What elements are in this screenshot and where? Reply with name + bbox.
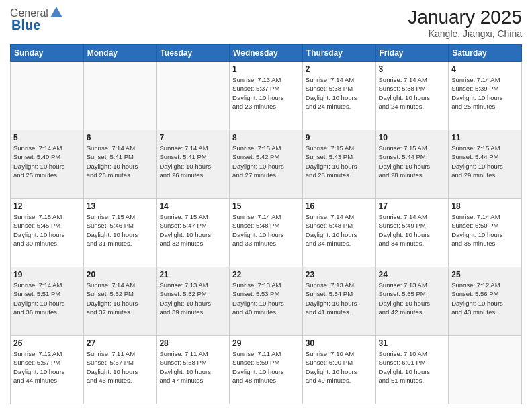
- day-info: Sunrise: 7:15 AM Sunset: 5:46 PM Dayligh…: [87, 212, 154, 248]
- day-info: Sunrise: 7:14 AM Sunset: 5:49 PM Dayligh…: [379, 212, 446, 248]
- table-row: 1Sunrise: 7:13 AM Sunset: 5:37 PM Daylig…: [230, 62, 303, 130]
- day-number: 3: [379, 64, 446, 74]
- table-row: 10Sunrise: 7:15 AM Sunset: 5:44 PM Dayli…: [375, 130, 449, 199]
- day-info: Sunrise: 7:14 AM Sunset: 5:52 PM Dayligh…: [87, 281, 154, 316]
- table-row: 31Sunrise: 7:10 AM Sunset: 6:01 PM Dayli…: [375, 336, 449, 404]
- day-number: 26: [13, 338, 81, 348]
- day-number: 21: [159, 270, 226, 279]
- table-row: 5Sunrise: 7:14 AM Sunset: 5:40 PM Daylig…: [11, 130, 84, 199]
- day-number: 19: [13, 270, 81, 279]
- table-row: 19Sunrise: 7:14 AM Sunset: 5:51 PM Dayli…: [11, 267, 84, 336]
- day-info: Sunrise: 7:14 AM Sunset: 5:41 PM Dayligh…: [159, 144, 226, 179]
- table-row: 3Sunrise: 7:14 AM Sunset: 5:38 PM Daylig…: [375, 62, 449, 130]
- table-row: 25Sunrise: 7:12 AM Sunset: 5:56 PM Dayli…: [449, 267, 522, 336]
- day-info: Sunrise: 7:12 AM Sunset: 5:56 PM Dayligh…: [451, 281, 519, 316]
- table-row: 24Sunrise: 7:13 AM Sunset: 5:55 PM Dayli…: [375, 267, 449, 336]
- day-number: 31: [379, 338, 446, 348]
- table-row: 15Sunrise: 7:14 AM Sunset: 5:48 PM Dayli…: [230, 199, 303, 267]
- day-info: Sunrise: 7:14 AM Sunset: 5:48 PM Dayligh…: [232, 212, 300, 248]
- day-number: 4: [451, 64, 519, 74]
- day-number: 25: [451, 270, 519, 279]
- table-row: 14Sunrise: 7:15 AM Sunset: 5:47 PM Dayli…: [157, 199, 230, 267]
- day-number: 18: [451, 201, 519, 211]
- day-info: Sunrise: 7:15 AM Sunset: 5:44 PM Dayligh…: [451, 144, 519, 179]
- table-row: 7Sunrise: 7:14 AM Sunset: 5:41 PM Daylig…: [157, 130, 230, 199]
- day-info: Sunrise: 7:15 AM Sunset: 5:47 PM Dayligh…: [159, 212, 226, 248]
- day-number: 5: [13, 133, 81, 142]
- table-row: 28Sunrise: 7:11 AM Sunset: 5:58 PM Dayli…: [157, 336, 230, 404]
- day-info: Sunrise: 7:14 AM Sunset: 5:40 PM Dayligh…: [13, 144, 81, 179]
- location: Kangle, Jiangxi, China: [408, 28, 522, 39]
- day-info: Sunrise: 7:14 AM Sunset: 5:39 PM Dayligh…: [451, 75, 519, 111]
- day-info: Sunrise: 7:10 AM Sunset: 6:01 PM Dayligh…: [379, 349, 446, 385]
- day-number: 8: [232, 133, 300, 142]
- table-row: 9Sunrise: 7:15 AM Sunset: 5:43 PM Daylig…: [302, 130, 375, 199]
- calendar-row: 26Sunrise: 7:12 AM Sunset: 5:57 PM Dayli…: [11, 336, 522, 404]
- day-info: Sunrise: 7:10 AM Sunset: 6:00 PM Dayligh…: [306, 349, 373, 385]
- logo: General Blue: [10, 7, 64, 32]
- day-number: 12: [13, 201, 81, 211]
- day-info: Sunrise: 7:15 AM Sunset: 5:44 PM Dayligh…: [379, 144, 446, 179]
- day-number: 23: [306, 270, 373, 279]
- table-row: 22Sunrise: 7:13 AM Sunset: 5:53 PM Dayli…: [230, 267, 303, 336]
- day-info: Sunrise: 7:14 AM Sunset: 5:41 PM Dayligh…: [87, 144, 154, 179]
- day-info: Sunrise: 7:15 AM Sunset: 5:43 PM Dayligh…: [306, 144, 373, 179]
- day-info: Sunrise: 7:15 AM Sunset: 5:42 PM Dayligh…: [232, 144, 300, 179]
- day-info: Sunrise: 7:14 AM Sunset: 5:48 PM Dayligh…: [306, 212, 373, 248]
- table-row: 6Sunrise: 7:14 AM Sunset: 5:41 PM Daylig…: [83, 130, 157, 199]
- day-number: 6: [87, 133, 154, 142]
- table-row: 29Sunrise: 7:11 AM Sunset: 5:59 PM Dayli…: [230, 336, 303, 404]
- table-row: 30Sunrise: 7:10 AM Sunset: 6:00 PM Dayli…: [302, 336, 375, 404]
- day-number: 7: [159, 133, 226, 142]
- day-info: Sunrise: 7:13 AM Sunset: 5:53 PM Dayligh…: [232, 281, 300, 316]
- day-info: Sunrise: 7:13 AM Sunset: 5:52 PM Dayligh…: [159, 281, 226, 316]
- col-tuesday: Tuesday: [157, 45, 230, 62]
- table-row: 18Sunrise: 7:14 AM Sunset: 5:50 PM Dayli…: [449, 199, 522, 267]
- month-title: January 2025: [408, 7, 522, 28]
- day-number: 14: [159, 201, 226, 211]
- table-row: 17Sunrise: 7:14 AM Sunset: 5:49 PM Dayli…: [375, 199, 449, 267]
- day-info: Sunrise: 7:11 AM Sunset: 5:59 PM Dayligh…: [232, 349, 300, 385]
- table-row: 27Sunrise: 7:11 AM Sunset: 5:57 PM Dayli…: [83, 336, 157, 404]
- col-saturday: Saturday: [449, 45, 522, 62]
- day-number: 27: [87, 338, 154, 348]
- day-info: Sunrise: 7:12 AM Sunset: 5:57 PM Dayligh…: [13, 349, 81, 385]
- day-info: Sunrise: 7:11 AM Sunset: 5:58 PM Dayligh…: [159, 349, 226, 385]
- col-monday: Monday: [83, 45, 157, 62]
- day-info: Sunrise: 7:14 AM Sunset: 5:38 PM Dayligh…: [379, 75, 446, 111]
- col-friday: Friday: [375, 45, 449, 62]
- table-row: 2Sunrise: 7:14 AM Sunset: 5:38 PM Daylig…: [302, 62, 375, 130]
- day-info: Sunrise: 7:14 AM Sunset: 5:51 PM Dayligh…: [13, 281, 81, 316]
- day-info: Sunrise: 7:11 AM Sunset: 5:57 PM Dayligh…: [87, 349, 154, 385]
- calendar-row: 5Sunrise: 7:14 AM Sunset: 5:40 PM Daylig…: [11, 130, 522, 199]
- day-number: 15: [232, 201, 300, 211]
- table-row: 13Sunrise: 7:15 AM Sunset: 5:46 PM Dayli…: [83, 199, 157, 267]
- day-info: Sunrise: 7:13 AM Sunset: 5:37 PM Dayligh…: [232, 75, 300, 111]
- day-info: Sunrise: 7:13 AM Sunset: 5:54 PM Dayligh…: [306, 281, 373, 316]
- day-number: 13: [87, 201, 154, 211]
- svg-marker-0: [50, 7, 62, 17]
- day-number: 24: [379, 270, 446, 279]
- table-row: 8Sunrise: 7:15 AM Sunset: 5:42 PM Daylig…: [230, 130, 303, 199]
- day-number: 2: [306, 64, 373, 74]
- day-info: Sunrise: 7:15 AM Sunset: 5:45 PM Dayligh…: [13, 212, 81, 248]
- day-info: Sunrise: 7:13 AM Sunset: 5:55 PM Dayligh…: [379, 281, 446, 316]
- table-row: 12Sunrise: 7:15 AM Sunset: 5:45 PM Dayli…: [11, 199, 84, 267]
- day-number: 9: [306, 133, 373, 142]
- title-area: January 2025 Kangle, Jiangxi, China: [408, 7, 522, 39]
- table-row: 16Sunrise: 7:14 AM Sunset: 5:48 PM Dayli…: [302, 199, 375, 267]
- calendar-header-row: Sunday Monday Tuesday Wednesday Thursday…: [11, 45, 522, 62]
- col-thursday: Thursday: [302, 45, 375, 62]
- table-row: 20Sunrise: 7:14 AM Sunset: 5:52 PM Dayli…: [83, 267, 157, 336]
- col-sunday: Sunday: [11, 45, 84, 62]
- logo-blue-text: Blue: [11, 17, 64, 32]
- table-row: [83, 62, 157, 130]
- calendar-row: 1Sunrise: 7:13 AM Sunset: 5:37 PM Daylig…: [11, 62, 522, 130]
- table-row: 21Sunrise: 7:13 AM Sunset: 5:52 PM Dayli…: [157, 267, 230, 336]
- table-row: [157, 62, 230, 130]
- day-number: 17: [379, 201, 446, 211]
- col-wednesday: Wednesday: [230, 45, 303, 62]
- table-row: 11Sunrise: 7:15 AM Sunset: 5:44 PM Dayli…: [449, 130, 522, 199]
- calendar-page: General Blue January 2025 Kangle, Jiangx…: [0, 0, 532, 411]
- table-row: [11, 62, 84, 130]
